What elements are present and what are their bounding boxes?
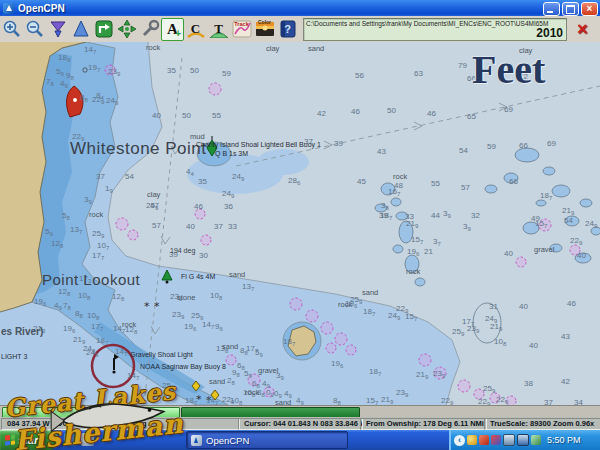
chart-viewport[interactable]: **** 35505940505579566366724246504665693… [0,42,600,405]
system-tray: ‹ 5:50 PM [449,430,600,450]
ownship-center-dot [73,98,77,102]
taskbar: start OpenCPN ‹ 5:50 PM [0,430,600,450]
text-labels-button[interactable]: A + [161,18,184,41]
quick-launch [64,433,94,446]
title-bar[interactable]: OpenCPN × [0,0,600,16]
status-ship: 084 37.94 W SOG: 51 kts COG: 263 Deg [1,418,240,430]
close-button[interactable]: × [581,2,598,16]
help-icon: ? [284,23,291,35]
tides-button[interactable]: T [207,18,230,41]
taskbar-opencpn-button[interactable]: OpenCPN [186,431,348,449]
chart-info-box: C:\Documents and Settings\frank\My Docum… [303,18,567,41]
opencpn-app-icon [3,3,14,14]
tray-icon-3[interactable] [491,435,501,445]
opencpn-window: OpenCPN × A + [0,0,600,450]
plus-icon: + [175,28,181,39]
svg-text:*: * [206,394,212,405]
windows-flag-icon [5,434,15,445]
svg-text:*: * [154,300,160,313]
scale-out-icon [48,19,68,39]
toolbar-close-button[interactable]: × [571,19,591,39]
color-label: Color [258,19,271,25]
settings-button[interactable] [138,18,161,41]
scale-in-button[interactable] [69,18,92,41]
taskbar-clock: 5:50 PM [547,435,581,445]
status-cursor: Cursor: 044 01.843 N 083 33.846 W [238,418,363,430]
window-title: OpenCPN [18,3,65,14]
tray-icon-4[interactable] [531,435,541,445]
scale-in-icon [71,19,91,39]
follow-icon [117,19,137,39]
tray-icon-display[interactable] [503,434,515,446]
svg-text:*: * [196,393,202,405]
start-button[interactable]: start [0,430,58,450]
svg-text:*: * [144,300,150,313]
follow-button[interactable] [115,18,138,41]
status-bar: 084 37.94 W SOG: 51 kts COG: 263 Deg Cur… [0,417,600,430]
zoom-out-icon [25,19,45,39]
track-label: Track [234,21,248,27]
zoom-in-button[interactable] [0,18,23,41]
close-icon: × [582,2,597,15]
toolbar: A + C T Track Color ? C:\Documents and S… [0,16,600,43]
chart-year: 2010 [536,26,563,40]
quicklaunch-ie-icon[interactable] [64,433,77,446]
chart-canvas: **** [0,42,600,405]
tray-icon-2[interactable] [479,435,489,445]
restore-icon [566,5,575,14]
minimize-button[interactable] [543,2,560,16]
minimize-icon [547,11,553,13]
currents-button[interactable]: C [184,18,207,41]
zoom-out-button[interactable] [23,18,46,41]
wrench-icon [140,19,160,39]
chart-path: C:\Documents and Settings\frank\My Docum… [306,20,548,27]
color-scheme-button[interactable]: Color [253,18,276,41]
track-button[interactable]: Track [230,18,253,41]
opencpn-task-icon [191,435,202,446]
quicklaunch-desktop-icon[interactable] [81,433,94,446]
status-scale: TrueScale: 89300 Zoom 0.96x [484,418,600,430]
start-label: start [18,434,42,446]
scale-out-button[interactable] [46,18,69,41]
opencpn-task-label: OpenCPN [206,435,249,446]
status-from-ownship: From Ownship: 178 Deg 6.11 NMi [360,418,487,430]
zoom-in-icon [2,19,22,39]
restore-button[interactable] [562,2,579,16]
route-button[interactable] [92,18,115,41]
toolbar-close-icon: × [577,19,588,39]
tray-icon-1[interactable] [467,435,477,445]
tray-chevron-icon[interactable]: ‹ [454,435,465,446]
tray-icon-network[interactable] [517,434,529,446]
route-icon [94,19,114,39]
help-button[interactable]: ? [276,18,299,41]
current-icon: C [191,21,200,37]
tide-icon: T [214,21,223,37]
